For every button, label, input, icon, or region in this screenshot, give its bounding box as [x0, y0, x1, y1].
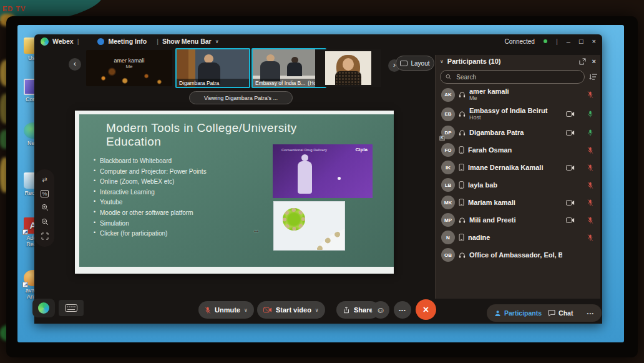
- participant-name: Office of Ambassador, EoI, Beirut: [469, 252, 562, 259]
- camera-icon[interactable]: [566, 217, 575, 223]
- participants-panel-header: ∨ Participants (10) ×: [440, 57, 596, 65]
- participant-row[interactable]: DP⇱ Digambara Patra: [436, 124, 600, 141]
- connection-status: Connected: [505, 38, 535, 45]
- chat-toggle-button[interactable]: Chat: [548, 309, 573, 317]
- more-options-button[interactable]: •••: [394, 301, 411, 319]
- video-thumbnail-guest[interactable]: [325, 51, 371, 85]
- participant-row[interactable]: MK⇱ Mariam kamali: [436, 194, 600, 211]
- close-button[interactable]: ×: [592, 37, 596, 45]
- chat-icon: [548, 310, 555, 317]
- headset-icon: [459, 129, 466, 136]
- mic-icon[interactable]: [587, 181, 593, 189]
- thumbnail-name: amer kamali: [86, 57, 172, 64]
- avatar: FO⇱: [441, 143, 455, 157]
- camera-icon[interactable]: [566, 165, 575, 171]
- close-panel-icon[interactable]: ×: [592, 57, 596, 65]
- headset-icon: [459, 217, 466, 224]
- video-thumbnail-self[interactable]: amer kamali Me: [86, 50, 172, 86]
- thumbnail-label: Digambara Patra: [177, 79, 249, 87]
- avatar: OB⇱: [441, 248, 455, 262]
- mic-icon[interactable]: [587, 110, 593, 118]
- divider: |: [77, 37, 79, 45]
- liposome-small-icon: [283, 208, 305, 231]
- participant-subtitle: Me: [469, 95, 562, 102]
- liposome-large-arc-icon: [306, 227, 345, 251]
- participant-row[interactable]: EB⇱ Embassy of India Beirut Host: [436, 104, 600, 124]
- chevron-down-icon[interactable]: ∨: [215, 39, 219, 44]
- photo-of-monitor: ED TV Use Comp New Recycl A↗ Adob Read ↗…: [0, 0, 644, 363]
- show-menu-bar-button[interactable]: Show Menu Bar: [162, 37, 212, 45]
- fit-view-icon[interactable]: ⇄: [42, 176, 47, 183]
- mic-icon[interactable]: [587, 91, 593, 99]
- panel-toggle-group: Participants Chat •••: [487, 304, 602, 322]
- participants-search[interactable]: [440, 70, 585, 84]
- slide-bullet: Clicker (for participation): [94, 230, 262, 237]
- ellipsis-icon: •••: [399, 307, 406, 313]
- avatar: N⇱: [441, 231, 455, 244]
- participant-row[interactable]: FO⇱ Farah Osman: [436, 141, 600, 159]
- participant-row[interactable]: OB⇱ Office of Ambassador, EoI, Beirut: [436, 246, 600, 264]
- meeting-info-button[interactable]: Meeting Info: [108, 37, 147, 45]
- minimize-button[interactable]: –: [567, 37, 570, 45]
- participant-subtitle: Host: [469, 114, 562, 121]
- participant-name: amer kamali: [469, 88, 562, 95]
- filmstrip-prev-button[interactable]: ‹: [69, 58, 81, 71]
- pill-dot: [338, 177, 341, 180]
- slide-bullet: Interactive Learning: [94, 189, 262, 196]
- slide-bullet: Blackboard to Whiteboard: [94, 157, 262, 164]
- participant-row[interactable]: MP⇱ Mili and Preeti: [436, 211, 600, 229]
- slide-bullet: Simulation: [94, 220, 262, 227]
- mic-icon[interactable]: [587, 129, 593, 137]
- thumbnail-subtitle: Me: [86, 64, 172, 69]
- chevron-down-icon[interactable]: ∨: [315, 307, 319, 313]
- search-input[interactable]: [455, 73, 579, 81]
- camera-icon[interactable]: [566, 200, 575, 206]
- chevron-down-icon[interactable]: ∨: [244, 307, 248, 313]
- collapse-caret-icon[interactable]: ∨: [440, 59, 444, 64]
- video-thumbnail-cell[interactable]: [315, 49, 381, 87]
- sort-participants-icon[interactable]: [589, 73, 598, 81]
- video-thumbnail-digambara[interactable]: Digambara Patra: [175, 48, 250, 88]
- zoom-level-icon[interactable]: %: [41, 190, 48, 197]
- touch-keyboard-button[interactable]: [59, 300, 84, 316]
- mic-icon[interactable]: [587, 164, 593, 172]
- phone-icon: [459, 146, 464, 154]
- camera-icon[interactable]: [566, 111, 575, 117]
- maximize-button[interactable]: □: [579, 37, 583, 45]
- fullscreen-icon[interactable]: [41, 232, 49, 240]
- participant-row[interactable]: IK⇱ Imane Dernaika Kamali: [436, 159, 600, 176]
- leave-meeting-button[interactable]: ×: [416, 299, 436, 320]
- participants-toggle-button[interactable]: Participants: [494, 309, 542, 317]
- viewing-toast: Viewing Digambara Patra's ...: [189, 91, 293, 104]
- participant-row[interactable]: AK⇱ amer kamali Me: [436, 85, 600, 104]
- camera-icon[interactable]: [566, 130, 575, 136]
- popout-icon[interactable]: [579, 58, 586, 65]
- video-brand-logo: Cipla: [355, 147, 368, 152]
- camera-off-icon: [263, 307, 272, 313]
- share-zoom-toolbar: ⇄ %: [35, 169, 54, 247]
- mic-icon[interactable]: [587, 216, 593, 224]
- participant-row[interactable]: LB⇱ layla bab: [436, 176, 600, 194]
- mic-muted-icon: [205, 306, 211, 314]
- mic-icon[interactable]: [587, 234, 593, 242]
- person-head: [204, 54, 213, 63]
- phone-icon: [459, 164, 464, 171]
- webex-ball-button[interactable]: [32, 299, 55, 317]
- zoom-in-icon[interactable]: [41, 204, 49, 211]
- participants-list: AK⇱ amer kamali Me EB⇱: [436, 85, 600, 264]
- participants-icon: [494, 310, 501, 317]
- layout-button[interactable]: Layout: [396, 56, 434, 71]
- unmute-button[interactable]: Unmute ∨: [198, 301, 254, 319]
- participant-row[interactable]: N⇱ nadine: [436, 229, 600, 246]
- shortcut-arrow-icon: ↗: [22, 229, 28, 235]
- mic-icon[interactable]: [587, 199, 593, 207]
- avatar: LB⇱: [441, 178, 455, 192]
- zoom-out-icon[interactable]: [41, 218, 49, 226]
- start-video-button[interactable]: Start video ∨: [257, 301, 325, 319]
- avatar: DP⇱: [441, 126, 455, 139]
- webex-logo-icon: [41, 37, 49, 46]
- participant-name: Mariam kamali: [468, 199, 562, 206]
- reactions-button[interactable]: ☺: [372, 301, 389, 319]
- more-panels-button[interactable]: •••: [587, 311, 594, 316]
- mic-icon[interactable]: [587, 146, 593, 154]
